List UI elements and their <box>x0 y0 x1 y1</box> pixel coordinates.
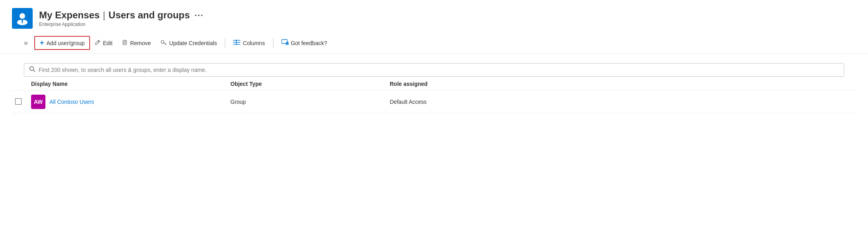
add-user-group-button[interactable]: + Add user/group <box>34 36 90 50</box>
col-header-display-name: Display Name <box>28 81 227 87</box>
table-row: AW All Contoso Users Group Default Acces… <box>12 91 856 113</box>
svg-point-8 <box>161 41 164 44</box>
toolbar-divider-1 <box>225 38 225 48</box>
header: My Expenses | Users and groups ··· Enter… <box>0 0 868 33</box>
col-header-object-type: Object Type <box>227 81 387 87</box>
page-section-title: Users and groups <box>108 10 190 21</box>
sidebar-toggle[interactable]: » <box>24 39 28 47</box>
more-options-button[interactable]: ··· <box>194 10 204 20</box>
app-name: My Expenses <box>39 10 100 21</box>
avatar: AW <box>31 95 45 109</box>
row-object-type-cell: Group <box>227 99 387 105</box>
header-text: My Expenses | Users and groups ··· Enter… <box>39 10 204 28</box>
add-button-label: Add user/group <box>47 40 85 46</box>
app-subtitle: Enterprise Application <box>39 22 204 27</box>
svg-text:+: + <box>287 43 288 46</box>
edit-button[interactable]: Edit <box>90 37 117 49</box>
chevron-icon: » <box>24 39 28 47</box>
row-checkbox-cell <box>12 98 28 106</box>
svg-point-19 <box>30 67 34 71</box>
feedback-button-label: Got feedback? <box>291 40 327 46</box>
add-icon: + <box>40 39 44 47</box>
row-name-cell: AW All Contoso Users <box>28 95 227 109</box>
columns-button[interactable]: Columns <box>228 37 269 49</box>
columns-icon <box>233 40 240 46</box>
search-icon <box>29 66 35 74</box>
feedback-icon: + <box>281 39 289 47</box>
edit-icon <box>95 40 100 46</box>
user-name-link[interactable]: All Contoso Users <box>49 99 94 105</box>
remove-button-label: Remove <box>130 40 151 46</box>
toolbar-divider-2 <box>273 38 273 48</box>
search-bar <box>24 63 844 77</box>
col-header-checkbox <box>12 81 28 87</box>
toolbar: » + Add user/group Edit <box>0 33 868 54</box>
update-credentials-label: Update Credentials <box>169 40 217 46</box>
update-credentials-button[interactable]: Update Credentials <box>156 37 222 49</box>
svg-rect-5 <box>124 40 126 40</box>
app-icon <box>12 8 33 29</box>
row-role-cell: Default Access <box>387 99 856 105</box>
table-header: Display Name Object Type Role assigned <box>12 77 856 91</box>
svg-line-3 <box>98 41 99 42</box>
row-checkbox[interactable] <box>15 98 22 105</box>
page: My Expenses | Users and groups ··· Enter… <box>0 0 868 240</box>
remove-icon <box>122 40 128 46</box>
table-container: Display Name Object Type Role assigned A… <box>12 77 856 113</box>
edit-button-label: Edit <box>103 40 112 46</box>
columns-button-label: Columns <box>243 40 265 46</box>
page-title: My Expenses | Users and groups ··· <box>39 10 204 21</box>
search-container <box>12 58 856 77</box>
svg-point-0 <box>20 13 25 19</box>
remove-button[interactable]: Remove <box>117 37 155 49</box>
feedback-button[interactable]: + Got feedback? <box>277 37 332 49</box>
search-input[interactable] <box>39 67 839 73</box>
key-icon <box>161 39 167 47</box>
svg-line-20 <box>33 70 35 72</box>
svg-rect-4 <box>122 41 127 41</box>
col-header-role-assigned: Role assigned <box>387 81 856 87</box>
